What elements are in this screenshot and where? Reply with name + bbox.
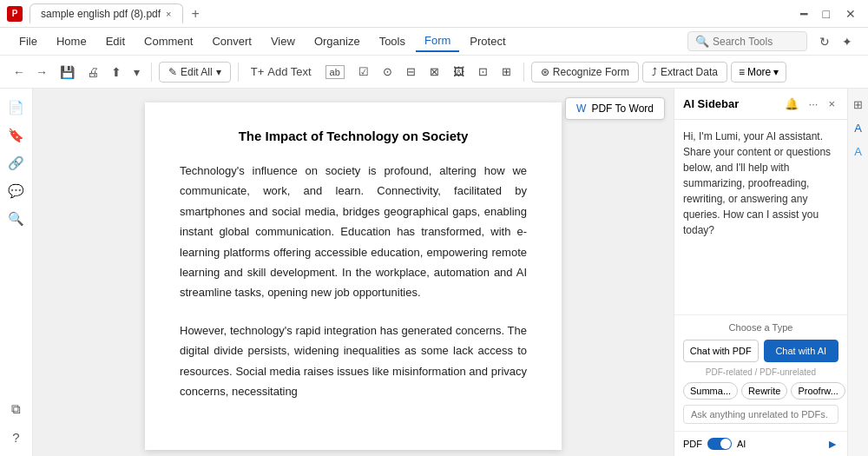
search-box[interactable]: 🔍 — [687, 31, 807, 51]
forward-button[interactable]: → — [31, 63, 52, 82]
sidebar-search-icon[interactable]: 🔍 — [4, 207, 29, 231]
page-title: The Impact of Technology on Society — [180, 129, 527, 143]
menu-tools[interactable]: Tools — [371, 31, 414, 51]
more-button[interactable]: ≡ More ▾ — [731, 62, 786, 83]
tab-close-icon[interactable]: × — [166, 9, 171, 19]
edit-icon: ✎ — [168, 66, 177, 78]
search-input[interactable] — [713, 36, 799, 48]
maximize-button[interactable]: □ — [818, 5, 835, 23]
add-text-button[interactable]: T+ Add Text — [246, 62, 317, 82]
action-bar: ← → 💾 🖨 ⬆ ▾ ✎ Edit All ▾ T+ Add Text ab … — [0, 56, 868, 89]
close-button[interactable]: ✕ — [840, 5, 861, 23]
more-icon: ≡ — [739, 66, 745, 78]
ai-toggle[interactable] — [707, 438, 732, 450]
ai-send-button[interactable]: ► — [826, 437, 838, 451]
save-button[interactable]: 💾 — [56, 63, 79, 82]
proofrewrite-button[interactable]: Proofrw... — [791, 382, 845, 400]
separator-1 — [151, 63, 152, 82]
menu-bar: File Home Edit Comment Convert View Orga… — [0, 28, 868, 56]
refresh-icon[interactable]: ↻ — [814, 33, 835, 50]
recognize-form-button[interactable]: ⊛ Recognize Form — [531, 62, 639, 83]
nav-group: ← → — [9, 63, 52, 82]
back-button[interactable]: ← — [9, 63, 30, 82]
pdf-page: The Impact of Technology on Society Tech… — [145, 102, 562, 450]
ai-close-icon[interactable]: × — [825, 96, 838, 112]
edit-all-chevron: ▾ — [216, 66, 221, 78]
far-right-icon-1[interactable]: ⊞ — [851, 96, 865, 114]
left-sidebar: 📄 🔖 🔗 💬 🔍 ⧉ ? — [0, 89, 33, 456]
ai-footer-pdf-label: PDF — [683, 439, 702, 449]
form-btn-2[interactable]: ⊠ — [424, 62, 444, 82]
paragraph-1: Technology's influence on society is pro… — [180, 161, 527, 303]
menu-organize[interactable]: Organize — [306, 31, 369, 51]
pdf-to-word-button[interactable]: W PDF To Word — [565, 97, 665, 120]
ai-footer: PDF AI ► — [674, 431, 847, 456]
pdf-related-label: PDF-related / PDF-unrelated — [683, 367, 838, 377]
ai-icon[interactable]: ✦ — [837, 33, 858, 50]
menu-view[interactable]: View — [262, 31, 304, 51]
ai-input-area[interactable] — [683, 405, 838, 424]
title-bar: P sample english pdf (8).pdf × + ━ □ ✕ — [0, 0, 868, 28]
menu-protect[interactable]: Protect — [461, 31, 514, 51]
add-text-icon: T+ — [251, 65, 265, 78]
more-chevron: ▾ — [773, 66, 779, 78]
app-icon: P — [7, 6, 23, 22]
form-btn-1[interactable]: ⊟ — [401, 62, 421, 82]
far-right-icon-3[interactable]: A — [852, 142, 865, 161]
recognize-icon: ⊛ — [541, 66, 549, 78]
menu-convert[interactable]: Convert — [203, 31, 260, 51]
radio-button[interactable]: ⊙ — [378, 62, 398, 82]
chat-with-pdf-button[interactable]: Chat with PDF — [683, 340, 759, 362]
sidebar-bookmark-icon[interactable]: 🔖 — [4, 123, 29, 148]
sidebar-page-icon[interactable]: 📄 — [4, 96, 29, 120]
chat-with-ai-button[interactable]: Chat with AI — [764, 340, 839, 362]
ai-quick-buttons: Summa... Rewrite Proofrw... ⋯ — [683, 382, 838, 400]
document-area: W PDF To Word The Impact of Technology o… — [33, 89, 674, 456]
ai-message: Hi, I'm Lumi, your AI assistant. Share y… — [683, 129, 838, 238]
summa-button[interactable]: Summa... — [683, 382, 738, 400]
extract-icon: ⤴ — [652, 66, 657, 78]
far-right-sidebar: ⊞ A A — [847, 89, 868, 456]
separator-2 — [238, 63, 239, 82]
sidebar-help-icon[interactable]: ? — [4, 425, 29, 449]
ai-type-options: Chat with PDF Chat with AI — [683, 340, 838, 362]
form-btn-4[interactable]: ⊡ — [473, 62, 493, 82]
active-tab[interactable]: sample english pdf (8).pdf × — [30, 3, 183, 23]
ai-header-actions: 🔔 ··· × — [781, 96, 838, 112]
new-tab-button[interactable]: + — [187, 4, 205, 23]
menu-form[interactable]: Form — [416, 30, 459, 52]
ai-input[interactable] — [691, 409, 831, 420]
ai-chat-area: Hi, I'm Lumi, your AI assistant. Share y… — [674, 120, 847, 314]
form-btn-3[interactable]: 🖼 — [448, 62, 470, 82]
text-field-button[interactable]: ab — [320, 62, 350, 83]
ai-choose-type-label: Choose a Type — [683, 322, 838, 333]
menu-file[interactable]: File — [10, 31, 46, 51]
ai-bell-icon[interactable]: 🔔 — [781, 96, 802, 112]
pdf-to-word-label: PDF To Word — [591, 102, 654, 115]
rewrite-button[interactable]: Rewrite — [741, 382, 787, 400]
page-body: Technology's influence on society is pro… — [180, 161, 527, 401]
menu-home[interactable]: Home — [48, 31, 95, 51]
minimize-button[interactable]: ━ — [795, 5, 812, 23]
ai-sidebar-header: AI Sidebar 🔔 ··· × — [674, 89, 847, 120]
sidebar-comment-icon[interactable]: 💬 — [4, 179, 29, 203]
form-btn-5[interactable]: ⊞ — [496, 62, 516, 82]
upload-button[interactable]: ⬆ — [107, 63, 126, 82]
ai-more-icon[interactable]: ··· — [806, 96, 822, 112]
pdf-to-word-icon: W — [576, 102, 586, 115]
title-bar-left: P — [7, 6, 23, 22]
dropdown-button[interactable]: ▾ — [129, 63, 144, 82]
sidebar-layers-icon[interactable]: ⧉ — [4, 397, 29, 421]
menu-edit[interactable]: Edit — [97, 31, 134, 51]
menu-comment[interactable]: Comment — [135, 31, 201, 51]
edit-all-button[interactable]: ✎ Edit All ▾ — [159, 62, 231, 83]
ai-footer-ai-label: AI — [737, 439, 746, 449]
sidebar-link-icon[interactable]: 🔗 — [4, 151, 29, 175]
ai-sidebar: AI Sidebar 🔔 ··· × Hi, I'm Lumi, your AI… — [674, 89, 847, 456]
text-field-icon: ab — [326, 65, 345, 79]
print-button[interactable]: 🖨 — [82, 63, 103, 82]
window-controls: ━ □ ✕ — [795, 5, 861, 23]
checkbox-button[interactable]: ☑ — [353, 62, 374, 82]
extract-data-button[interactable]: ⤴ Extract Data — [642, 62, 727, 83]
far-right-icon-2[interactable]: A — [852, 119, 865, 137]
